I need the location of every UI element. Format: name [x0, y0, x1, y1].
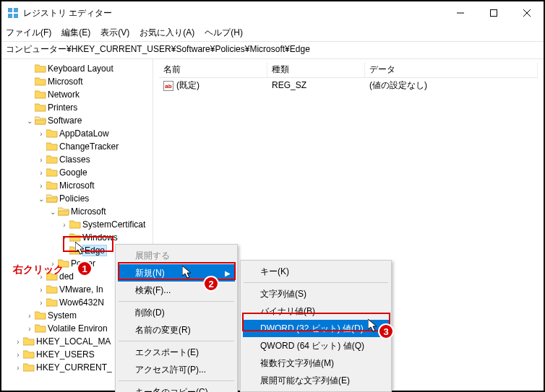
minimize-button[interactable] — [444, 1, 477, 25]
folder-icon — [46, 167, 58, 178]
menu-separator — [119, 301, 234, 302]
list-row[interactable]: ab(既定)REG_SZ(値の設定なし) — [159, 78, 538, 92]
annotation-step1: 1 — [77, 261, 93, 276]
tree-item[interactable]: AppDataLow — [1, 127, 153, 140]
tree-item-label: Microsoft — [59, 180, 95, 191]
folder-icon — [35, 90, 46, 100]
chevron-right-icon[interactable] — [25, 325, 35, 333]
cursor-icon — [368, 319, 379, 334]
folder-icon — [46, 297, 58, 308]
svg-rect-2 — [8, 14, 12, 18]
list-cell-name-text: (既定) — [176, 80, 199, 90]
folder-icon — [35, 77, 46, 87]
sub-key[interactable]: キー(K) — [243, 263, 389, 280]
tree-item-label: Classes — [59, 154, 90, 165]
tree-item-label: Keyboard Layout — [48, 64, 113, 74]
tree-item[interactable]: ChangeTracker — [1, 140, 153, 153]
tree-item-label: HKEY_CURRENT_ — [36, 362, 112, 373]
col-header-type[interactable]: 種類 — [267, 62, 365, 77]
menu-separator — [244, 282, 388, 283]
chevron-right-icon[interactable] — [59, 221, 69, 229]
tree-item-label: Microsoft — [48, 77, 83, 87]
ctx-permissions[interactable]: アクセス許可(P)... — [118, 361, 235, 378]
list-cell-data: (値の設定なし) — [365, 79, 538, 92]
window-title: レジストリ エディター — [23, 7, 444, 19]
folder-icon — [46, 284, 58, 295]
svg-rect-5 — [491, 10, 497, 17]
list-cell-name: ab(既定) — [159, 79, 267, 92]
maximize-button[interactable] — [477, 1, 510, 25]
tree-item[interactable]: Microsoft — [1, 205, 153, 218]
chevron-down-icon[interactable] — [36, 195, 46, 203]
close-button[interactable] — [510, 1, 544, 25]
annotation-right-click: 右クリック — [13, 263, 64, 276]
tree-item-label: Software — [48, 116, 82, 126]
tree-item[interactable]: Printers — [1, 101, 153, 114]
chevron-right-icon[interactable] — [36, 169, 46, 177]
tree-item[interactable]: Classes — [1, 153, 153, 166]
address-bar[interactable]: コンピューター¥HKEY_CURRENT_USER¥Software¥Polic… — [1, 42, 544, 59]
ctx-delete[interactable]: 削除(D) — [118, 304, 235, 321]
tree-item[interactable]: Microsoft — [1, 179, 153, 192]
menu-view[interactable]: 表示(V) — [100, 27, 129, 39]
list-cell-type: REG_SZ — [267, 80, 365, 90]
chevron-down-icon[interactable] — [25, 117, 35, 125]
tree-item[interactable]: Software — [1, 114, 153, 127]
menu-separator — [119, 380, 234, 381]
chevron-right-icon[interactable] — [36, 286, 46, 294]
app-icon — [7, 7, 19, 19]
folder-icon — [35, 310, 46, 321]
chevron-down-icon[interactable] — [48, 208, 58, 216]
tree-item-label: Policies — [59, 193, 89, 204]
tree-item-label: SystemCertificat — [82, 219, 145, 230]
folder-icon — [35, 103, 46, 113]
chevron-right-icon[interactable] — [13, 351, 23, 359]
cursor-icon — [75, 242, 87, 256]
folder-icon — [46, 180, 58, 191]
chevron-right-icon[interactable] — [36, 182, 46, 190]
tree-item-label: AppDataLow — [59, 129, 109, 139]
chevron-right-icon[interactable] — [13, 338, 23, 346]
menu-help[interactable]: ヘルプ(H) — [205, 27, 243, 39]
chevron-right-icon[interactable] — [13, 364, 23, 372]
chevron-right-icon[interactable] — [36, 299, 46, 307]
sub-multi-string[interactable]: 複数行文字列値(M) — [243, 354, 389, 372]
tree-item[interactable]: Microsoft — [1, 75, 153, 88]
ctx-export[interactable]: エクスポート(E) — [118, 344, 235, 361]
cursor-icon — [182, 266, 194, 280]
menu-file[interactable]: ファイル(F) — [6, 27, 51, 39]
tree-item-label: HKEY_LOCAL_MA — [36, 336, 111, 347]
tree-item[interactable]: Google — [1, 166, 153, 179]
tree-item-label: Microsoft — [71, 206, 106, 217]
folder-icon — [35, 323, 46, 334]
sub-expand-string[interactable]: 展開可能な文字列値(E) — [243, 372, 389, 389]
tree-item-label: ChangeTracker — [59, 141, 119, 152]
annotation-step3: 3 — [378, 323, 394, 339]
tree-item[interactable]: Keyboard Layout — [1, 62, 153, 75]
ctx-rename[interactable]: 名前の変更(R) — [118, 321, 235, 339]
folder-icon — [46, 129, 58, 139]
folder-icon — [23, 336, 35, 347]
string-value-icon: ab — [163, 81, 173, 91]
tree-item[interactable]: Policies — [1, 192, 153, 205]
folder-icon — [23, 349, 35, 360]
col-header-name[interactable]: 名前 — [159, 62, 267, 77]
chevron-right-icon[interactable] — [25, 312, 35, 320]
folder-icon — [35, 116, 46, 126]
registry-editor-window: レジストリ エディター ファイル(F) 編集(E) 表示(V) お気に入り(A)… — [0, 0, 545, 392]
sub-string[interactable]: 文字列値(S) — [243, 285, 389, 302]
tree-item-label: Volatile Environ — [48, 323, 108, 334]
annotation-step2: 2 — [203, 276, 219, 292]
tree-item[interactable]: SystemCertificat — [1, 218, 153, 231]
col-header-data[interactable]: データ — [365, 62, 538, 77]
ctx-copy-key[interactable]: キー名のコピー(C) — [118, 383, 235, 392]
chevron-right-icon[interactable] — [36, 156, 46, 164]
menu-edit[interactable]: 編集(E) — [61, 27, 90, 39]
menu-favorites[interactable]: お気に入り(A) — [140, 27, 194, 39]
titlebar: レジストリ エディター — [1, 1, 544, 25]
window-buttons — [444, 1, 544, 25]
sub-qword[interactable]: QWORD (64 ビット) 値(Q) — [243, 337, 389, 354]
tree-item[interactable]: Network — [1, 88, 153, 101]
chevron-right-icon[interactable] — [36, 130, 46, 138]
svg-rect-1 — [14, 8, 18, 12]
